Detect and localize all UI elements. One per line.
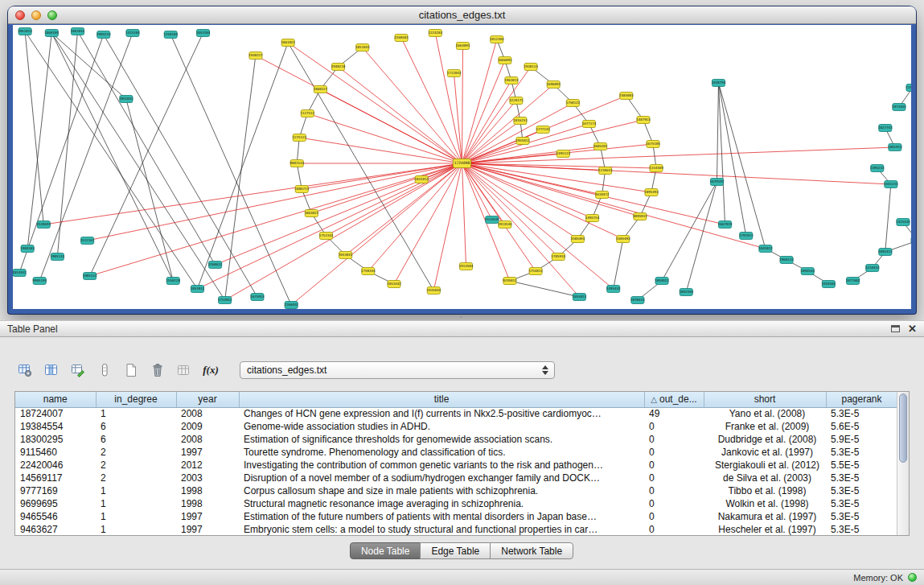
graph-node[interactable]: 1914504 — [459, 263, 474, 270]
graph-node[interactable]: 1806713 — [295, 186, 310, 193]
table-cell[interactable]: 9115460 — [15, 446, 96, 459]
graph-edge[interactable] — [462, 163, 492, 220]
graph-node[interactable]: 1495432 — [606, 286, 621, 293]
table-cell[interactable]: Embryonic stem cells: a model to study s… — [239, 523, 644, 536]
graph-node[interactable]: 1210643 — [598, 167, 613, 175]
table-cell[interactable]: Tourette syndrome. Phenomenology and cla… — [239, 446, 644, 459]
graph-edge[interactable] — [288, 43, 433, 290]
graph-node[interactable]: 3220171 — [509, 97, 524, 105]
table-cell[interactable]: Wolkin et al. (1998) — [704, 497, 826, 510]
graph-node[interactable]: 1685201 — [593, 143, 608, 150]
graph-node[interactable]: 1077602 — [846, 278, 860, 285]
graph-edge[interactable] — [462, 163, 623, 239]
table-selector-dropdown[interactable]: citations_edges.txt — [240, 361, 555, 379]
graph-edge[interactable] — [510, 281, 580, 297]
table-cell[interactable]: 0 — [644, 446, 704, 459]
graph-edge[interactable] — [51, 33, 224, 300]
graph-edge[interactable] — [885, 184, 891, 252]
graph-node[interactable]: 1853932 — [13, 270, 27, 277]
graph-node[interactable]: 1016251 — [513, 117, 528, 125]
table-cell[interactable]: 2008 — [176, 433, 239, 446]
graph-node[interactable]: 1754812 — [528, 268, 543, 275]
table-cell[interactable]: 2003 — [176, 472, 239, 484]
graph-edge[interactable] — [462, 84, 554, 163]
table-cell[interactable]: 1997 — [176, 510, 239, 523]
graph-node[interactable]: 1078433 — [630, 297, 645, 304]
table-cell[interactable]: 1998 — [176, 497, 239, 510]
graph-edge[interactable] — [307, 113, 462, 163]
table-cell[interactable]: 5.3E-5 — [826, 446, 897, 459]
table-row[interactable]: 1830029562008Estimation of significance … — [15, 433, 897, 446]
graph-edge[interactable] — [662, 182, 717, 281]
graph-edge[interactable] — [90, 33, 203, 276]
graph-edge[interactable] — [401, 38, 462, 163]
table-cell[interactable]: 0 — [644, 420, 704, 433]
graph-node[interactable]: 1585493 — [571, 236, 585, 243]
table-cell[interactable]: Tibbo et al. (1998) — [704, 484, 826, 497]
graph-node[interactable]: 1666091 — [498, 57, 512, 64]
panel-resize-handle[interactable] — [458, 315, 464, 319]
graph-node[interactable]: 1853912 — [191, 286, 205, 293]
column-header-title[interactable]: title — [239, 392, 644, 407]
graph-node[interactable]: 1495233 — [870, 165, 885, 172]
graph-node[interactable]: 1664091 — [456, 43, 470, 50]
graph-node[interactable]: 1712043 — [447, 70, 462, 77]
table-cell[interactable]: Corpus callosum shape and size in male p… — [239, 484, 644, 497]
table-cell[interactable]: 2 — [96, 446, 176, 459]
graph-node[interactable]: 1487913 — [636, 117, 651, 124]
graph-node[interactable]: 1441233 — [884, 181, 898, 188]
graph-node[interactable]: 2520693 — [37, 221, 51, 229]
table-cell[interactable]: 2012 — [176, 459, 239, 472]
table-cell[interactable]: 9777169 — [15, 484, 96, 497]
table-scrollbar[interactable] — [897, 392, 909, 535]
graph-edge[interactable] — [462, 46, 463, 163]
graph-edge[interactable] — [51, 33, 126, 99]
graph-node[interactable]: 1094543 — [801, 268, 815, 275]
table-cell[interactable]: 1 — [96, 523, 176, 536]
column-header-pagerank[interactable]: pagerank — [826, 392, 897, 407]
table-cell[interactable]: 0 — [644, 497, 704, 510]
graph-edge[interactable] — [462, 163, 891, 184]
table-row[interactable]: 946554611997Estimation of the future num… — [15, 510, 897, 523]
table-row[interactable]: 969969511998Structural magnetic resonanc… — [15, 497, 897, 510]
column-header-out_de[interactable]: △out_de... — [644, 392, 704, 407]
graph-edge[interactable] — [78, 31, 216, 265]
table-cell[interactable]: 0 — [644, 510, 704, 523]
table-cell[interactable]: Changes of HCN gene expression and I(f) … — [239, 407, 644, 420]
graph-node[interactable]: 1092450 — [680, 289, 694, 296]
graph-node[interactable]: 1961013 — [504, 77, 519, 84]
table-cell[interactable]: 1 — [96, 510, 176, 523]
import-table-icon[interactable] — [174, 360, 195, 380]
graph-node[interactable]: 1914545 — [498, 221, 512, 229]
edit-table-icon[interactable] — [68, 360, 88, 380]
table-cell[interactable]: 0 — [644, 459, 704, 472]
graph-edge[interactable] — [717, 83, 718, 182]
graph-edge[interactable] — [170, 35, 291, 305]
graph-node[interactable]: 7653041 — [339, 252, 353, 259]
graph-edge[interactable] — [311, 163, 462, 213]
table-cell[interactable]: 0 — [644, 433, 704, 446]
column-header-name[interactable]: name — [15, 392, 96, 407]
table-row[interactable]: 1938455462009Genome-wide association stu… — [15, 420, 897, 433]
graph-node[interactable]: 1827743 — [878, 125, 893, 132]
column-header-year[interactable]: year — [176, 392, 239, 407]
table-cell[interactable]: 6 — [96, 433, 176, 446]
graph-node[interactable]: 1258104 — [164, 31, 179, 39]
graph-node[interactable]: 2485083 — [619, 93, 634, 100]
graph-edge[interactable] — [614, 239, 623, 289]
graph-node[interactable]: 1855813 — [573, 294, 587, 301]
table-cell[interactable]: 1998 — [176, 484, 239, 497]
table-cell[interactable]: 18724007 — [15, 407, 96, 420]
graph-node[interactable]: 1495754 — [585, 215, 600, 222]
graph-node[interactable]: 1425433 — [896, 219, 910, 226]
table-cell[interactable]: 0 — [644, 472, 704, 484]
table-cell[interactable]: Jankovic et al. (1997) — [704, 446, 826, 459]
graph-node[interactable]: 1938114 — [524, 64, 538, 71]
graph-node[interactable]: 1861913 — [888, 144, 902, 151]
table-cell[interactable]: Estimation of the future numbers of pati… — [239, 510, 644, 523]
graph-node[interactable]: 1904233 — [97, 31, 111, 39]
table-cell[interactable]: 6 — [96, 420, 176, 433]
graph-edge[interactable] — [462, 163, 657, 168]
graph-node[interactable]: 1275123 — [293, 134, 307, 142]
graph-edge[interactable] — [363, 47, 462, 163]
